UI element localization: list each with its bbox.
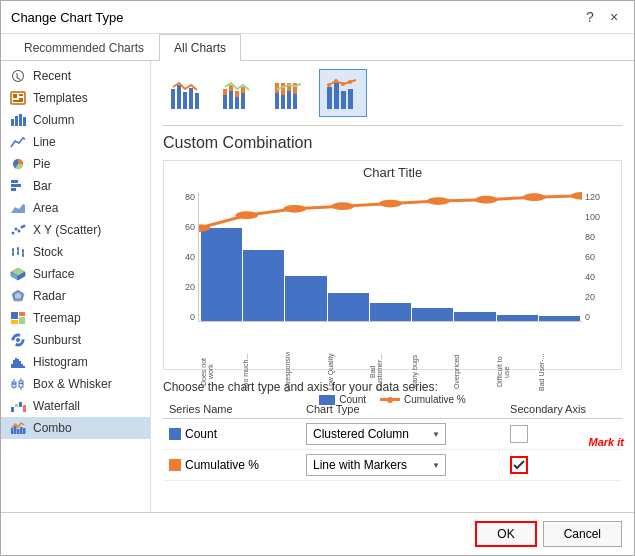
sidebar-item-pie[interactable]: Pie bbox=[1, 153, 150, 175]
ok-button[interactable]: OK bbox=[475, 521, 536, 547]
cumulative-color-box bbox=[169, 459, 181, 471]
footer: OK Cancel bbox=[1, 512, 634, 555]
chart-icon-100stacked[interactable] bbox=[267, 69, 315, 117]
svg-rect-65 bbox=[177, 85, 181, 109]
sidebar-item-histogram[interactable]: Histogram bbox=[1, 351, 150, 373]
combo-icon bbox=[9, 421, 27, 435]
sidebar-item-xy[interactable]: X Y (Scatter) bbox=[1, 219, 150, 241]
svg-rect-62 bbox=[20, 427, 23, 434]
help-button[interactable]: ? bbox=[580, 7, 600, 27]
tab-bar: Recommended Charts All Charts bbox=[1, 34, 634, 61]
legend-cumulative-line bbox=[380, 398, 400, 401]
td-count-name: Count bbox=[163, 419, 300, 450]
bar bbox=[243, 250, 284, 321]
svg-rect-6 bbox=[15, 116, 18, 126]
column-icon bbox=[9, 113, 27, 127]
svg-rect-61 bbox=[17, 429, 20, 434]
svg-rect-36 bbox=[19, 317, 25, 324]
scatter-icon bbox=[9, 223, 27, 237]
svg-rect-7 bbox=[19, 114, 22, 126]
svg-rect-3 bbox=[19, 98, 23, 100]
sidebar-label-stock: Stock bbox=[33, 245, 63, 259]
svg-rect-1 bbox=[13, 94, 17, 98]
svg-rect-59 bbox=[11, 428, 14, 434]
svg-rect-67 bbox=[189, 88, 193, 109]
pie-icon bbox=[9, 157, 27, 171]
count-secondary-checkbox[interactable] bbox=[510, 425, 528, 443]
legend-count: Count bbox=[319, 394, 366, 405]
svg-rect-63 bbox=[23, 428, 26, 434]
svg-point-16 bbox=[18, 230, 21, 233]
chart-legend: Count Cumulative % bbox=[168, 394, 617, 405]
sidebar-item-stock[interactable]: Stock bbox=[1, 241, 150, 263]
bar bbox=[412, 308, 453, 321]
chart-area: 80 60 40 20 0 120 100 bbox=[168, 182, 617, 352]
sidebar-item-recent[interactable]: Recent bbox=[1, 65, 150, 87]
y-axis-right: 120 100 80 60 40 20 0 bbox=[582, 192, 617, 322]
mark-it-label: Mark it bbox=[589, 436, 624, 448]
sidebar-item-bar[interactable]: Bar bbox=[1, 175, 150, 197]
sidebar-item-sunburst[interactable]: Sunburst bbox=[1, 329, 150, 351]
count-color-box bbox=[169, 428, 181, 440]
svg-rect-4 bbox=[13, 100, 23, 102]
change-chart-type-dialog: Change Chart Type ? × Recommended Charts… bbox=[0, 0, 635, 556]
bar bbox=[201, 228, 242, 321]
svg-rect-80 bbox=[281, 83, 285, 95]
close-button[interactable]: × bbox=[604, 7, 624, 27]
chart-preview: Chart Title 80 60 40 20 0 bbox=[163, 160, 622, 370]
svg-rect-86 bbox=[334, 83, 339, 109]
sidebar-item-radar[interactable]: Radar bbox=[1, 285, 150, 307]
cumulative-secondary-checkbox[interactable] bbox=[510, 456, 528, 474]
svg-rect-74 bbox=[235, 91, 239, 97]
sidebar-item-templates[interactable]: Templates bbox=[1, 87, 150, 109]
sidebar-item-surface[interactable]: Surface bbox=[1, 263, 150, 285]
svg-rect-56 bbox=[15, 404, 18, 407]
bar bbox=[285, 276, 326, 321]
sidebar-item-waterfall[interactable]: Waterfall bbox=[1, 395, 150, 417]
recent-icon bbox=[9, 69, 27, 83]
svg-rect-57 bbox=[19, 402, 22, 407]
x-label: Bad User-... bbox=[538, 352, 580, 392]
chart-type-icon-row bbox=[163, 69, 622, 126]
svg-rect-37 bbox=[11, 320, 18, 324]
x-label: Overpriced bbox=[453, 352, 495, 392]
chart-icon-custom[interactable] bbox=[319, 69, 367, 117]
sidebar-item-boxwhisker[interactable]: Box & Whisker bbox=[1, 373, 150, 395]
chart-icon-clustered[interactable] bbox=[163, 69, 211, 117]
count-chart-type-select[interactable]: Clustered Column Stacked Column Line Lin… bbox=[306, 423, 446, 445]
x-label: Does not work bbox=[200, 352, 242, 392]
treemap-icon bbox=[9, 311, 27, 325]
bar bbox=[497, 315, 538, 321]
x-label: Too much... bbox=[242, 352, 284, 392]
sidebar-item-column[interactable]: Column bbox=[1, 109, 150, 131]
dialog-title: Change Chart Type bbox=[11, 10, 124, 25]
cumulative-chart-type-select[interactable]: Clustered Column Stacked Column Line Lin… bbox=[306, 454, 446, 476]
table-row-cumulative: Cumulative % Clustered Column Stacked Co… bbox=[163, 450, 622, 481]
x-label: Low Quality bbox=[327, 352, 369, 392]
tab-recommended[interactable]: Recommended Charts bbox=[9, 34, 159, 61]
sidebar-item-line[interactable]: Line bbox=[1, 131, 150, 153]
sidebar-label-line: Line bbox=[33, 135, 56, 149]
sidebar-item-treemap[interactable]: Treemap bbox=[1, 307, 150, 329]
svg-rect-88 bbox=[348, 89, 353, 109]
svg-point-18 bbox=[23, 225, 26, 228]
sunburst-icon bbox=[9, 333, 27, 347]
legend-count-color bbox=[319, 395, 335, 405]
sidebar-label-surface: Surface bbox=[33, 267, 74, 281]
cumulative-chart-type-wrapper[interactable]: Clustered Column Stacked Column Line Lin… bbox=[306, 454, 446, 476]
count-chart-type-wrapper[interactable]: Clustered Column Stacked Column Line Lin… bbox=[306, 423, 446, 445]
svg-rect-42 bbox=[15, 358, 17, 368]
waterfall-icon bbox=[9, 399, 27, 413]
td-cumulative-charttype: Clustered Column Stacked Column Line Lin… bbox=[300, 450, 504, 481]
chart-icon-stacked[interactable] bbox=[215, 69, 263, 117]
sidebar-item-combo[interactable]: Combo bbox=[1, 417, 150, 439]
cancel-button[interactable]: Cancel bbox=[543, 521, 622, 547]
tab-all-charts[interactable]: All Charts bbox=[159, 34, 241, 61]
td-cumulative-name: Cumulative % bbox=[163, 450, 300, 481]
sidebar-item-area[interactable]: Area bbox=[1, 197, 150, 219]
sidebar-label-column: Column bbox=[33, 113, 74, 127]
bar bbox=[328, 293, 369, 321]
svg-rect-85 bbox=[327, 87, 332, 109]
svg-rect-71 bbox=[229, 91, 233, 109]
svg-rect-87 bbox=[341, 91, 346, 109]
